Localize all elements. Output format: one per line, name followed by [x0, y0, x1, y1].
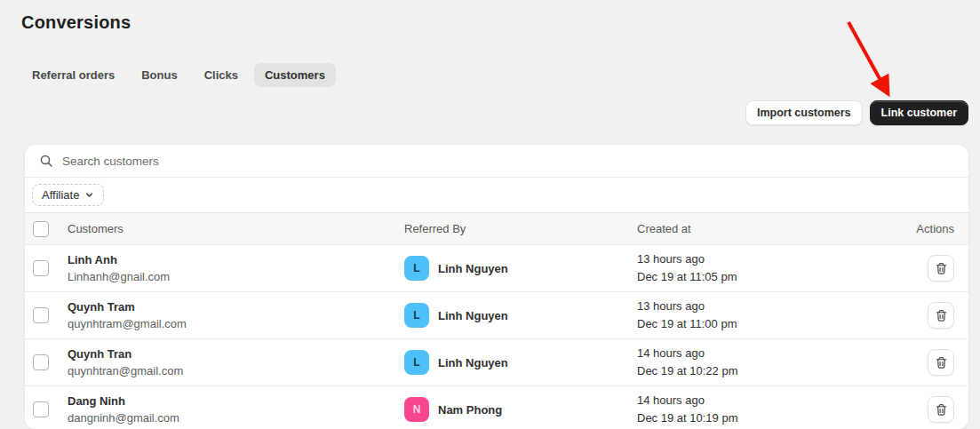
row-checkbox[interactable]	[33, 307, 49, 323]
table-row[interactable]: Dang Ninh dangninh@gmail.com N Nam Phong…	[25, 386, 968, 429]
delete-row-button[interactable]	[928, 255, 954, 282]
referrer-name: Linh Nguyen	[438, 309, 508, 322]
column-header-referred-by[interactable]: Referred By	[404, 222, 637, 235]
row-checkbox[interactable]	[33, 401, 49, 417]
search-bar	[25, 145, 968, 178]
column-header-customers[interactable]: Customers	[68, 222, 404, 235]
customer-name: Quynh Tran	[68, 346, 404, 362]
trash-icon	[935, 356, 948, 369]
annotation-arrow-line	[849, 22, 887, 91]
created-relative-time: 13 hours ago	[637, 250, 871, 268]
filter-row: Affiliate	[25, 178, 968, 213]
referrer-name: Nam Phong	[438, 403, 502, 417]
delete-row-button[interactable]	[928, 349, 954, 376]
referrer-name: Linh Nguyen	[438, 262, 508, 275]
created-date: Dec 19 at 11:05 pm	[637, 268, 871, 286]
tab-customers[interactable]: Customers	[254, 63, 336, 87]
page-title: Conversions	[21, 12, 131, 33]
table-row[interactable]: Quynh Tran quynhtran@gmail.com L Linh Ng…	[25, 339, 968, 386]
link-customer-button[interactable]: Link customer	[870, 100, 968, 125]
customer-email: dangninh@gmail.com	[68, 409, 404, 426]
trash-icon	[935, 309, 948, 322]
table-header-row: Customers Referred By Created at Actions	[25, 213, 968, 245]
created-date: Dec 19 at 11:00 pm	[637, 315, 871, 333]
created-relative-time: 14 hours ago	[637, 345, 871, 362]
customer-name: Dang Ninh	[68, 393, 404, 409]
customers-card: Affiliate Customers Referred By Created …	[25, 145, 968, 429]
referrer-avatar: N	[404, 397, 429, 422]
created-date: Dec 19 at 10:22 pm	[637, 362, 871, 380]
referrer-avatar: L	[404, 350, 429, 375]
created-relative-time: 14 hours ago	[637, 392, 871, 409]
tab-bar: Referral orders Bonus Clicks Customers	[21, 63, 336, 87]
customer-email: quynhtram@gmail.com	[68, 315, 404, 332]
row-checkbox[interactable]	[33, 260, 49, 276]
referrer-avatar: L	[404, 303, 429, 328]
column-header-actions: Actions	[871, 222, 968, 235]
column-header-created-at[interactable]: Created at	[637, 222, 871, 235]
customer-email: Linhanh@gnail.com	[68, 268, 404, 285]
search-input[interactable]	[62, 155, 954, 168]
import-customers-button[interactable]: Import customers	[745, 100, 863, 125]
affiliate-filter-label: Affiliate	[42, 188, 79, 202]
chevron-down-icon	[84, 190, 94, 200]
created-relative-time: 13 hours ago	[637, 298, 871, 315]
tab-referral-orders[interactable]: Referral orders	[21, 63, 125, 87]
tab-clicks[interactable]: Clicks	[194, 63, 249, 87]
trash-icon	[935, 403, 948, 417]
customer-name: Quynh Tram	[68, 298, 404, 315]
created-date: Dec 19 at 10:19 pm	[637, 409, 871, 427]
annotation-arrow	[837, 16, 908, 105]
customer-name: Linh Anh	[68, 251, 404, 268]
customer-email: quynhtran@gmail.com	[68, 362, 404, 379]
table-row[interactable]: Quynh Tram quynhtram@gmail.com L Linh Ng…	[25, 292, 968, 339]
search-icon	[39, 154, 53, 168]
referrer-name: Linh Nguyen	[438, 356, 508, 369]
delete-row-button[interactable]	[928, 302, 954, 329]
affiliate-filter-button[interactable]: Affiliate	[32, 184, 104, 206]
row-checkbox[interactable]	[33, 354, 49, 370]
table-row[interactable]: Linh Anh Linhanh@gnail.com L Linh Nguyen…	[25, 245, 968, 292]
referrer-avatar: L	[404, 256, 429, 281]
select-all-checkbox[interactable]	[33, 221, 49, 237]
trash-icon	[935, 262, 948, 275]
tab-bonus[interactable]: Bonus	[131, 63, 187, 87]
delete-row-button[interactable]	[928, 396, 954, 423]
header-actions: Import customers Link customer	[745, 100, 968, 125]
